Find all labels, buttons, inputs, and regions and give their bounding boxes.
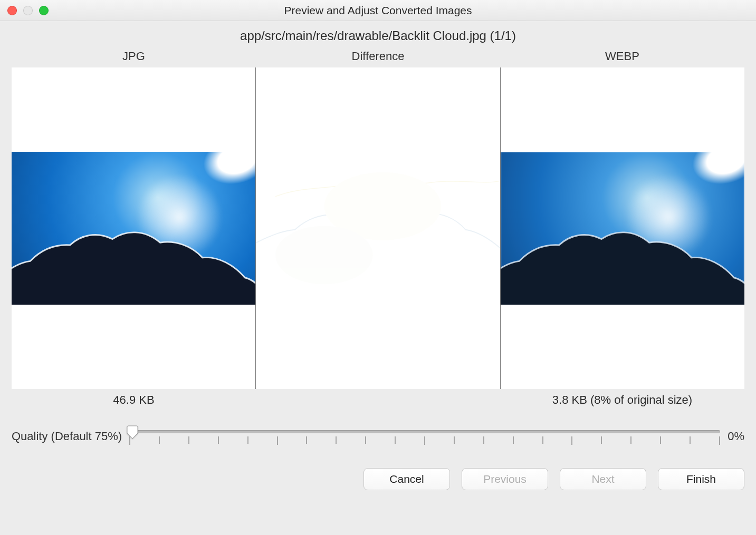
quality-slider[interactable] <box>129 426 720 447</box>
columns-header: JPG Difference WEBP <box>12 50 744 63</box>
preview-jpg <box>12 67 255 389</box>
quality-label: Quality (Default 75%) <box>12 430 122 443</box>
image-difference <box>256 152 500 305</box>
image-webp <box>501 152 744 305</box>
slider-thumb[interactable] <box>126 425 139 440</box>
content: app/src/main/res/drawable/Backlit Cloud.… <box>0 28 756 502</box>
slider-ticks <box>129 436 720 445</box>
finish-button[interactable]: Finish <box>658 468 744 490</box>
size-difference <box>256 393 500 407</box>
svg-point-2 <box>275 226 373 284</box>
minimize-icon[interactable] <box>23 6 33 15</box>
close-icon[interactable] <box>7 6 17 15</box>
col-label-webp: WEBP <box>500 50 744 63</box>
next-button[interactable]: Next <box>560 468 646 490</box>
quality-row: Quality (Default 75%) 0% <box>12 426 744 447</box>
file-path: app/src/main/res/drawable/Backlit Cloud.… <box>12 28 744 43</box>
col-label-jpg: JPG <box>12 50 256 63</box>
size-webp: 3.8 KB (8% of original size) <box>500 393 744 407</box>
window-controls <box>0 6 49 15</box>
titlebar: Preview and Adjust Converted Images <box>0 0 756 21</box>
image-jpg <box>12 152 255 305</box>
window-title: Preview and Adjust Converted Images <box>0 4 756 17</box>
sizes: 46.9 KB 3.8 KB (8% of original size) <box>12 393 744 407</box>
quality-value: 0% <box>728 430 744 443</box>
cancel-button[interactable]: Cancel <box>363 468 450 490</box>
col-label-difference: Difference <box>256 50 500 63</box>
preview-difference <box>255 67 500 389</box>
previews <box>12 67 744 389</box>
maximize-icon[interactable] <box>39 6 49 15</box>
previous-button[interactable]: Previous <box>462 468 548 490</box>
buttons: Cancel Previous Next Finish <box>12 468 744 490</box>
size-jpg: 46.9 KB <box>12 393 256 407</box>
preview-webp <box>501 67 744 389</box>
